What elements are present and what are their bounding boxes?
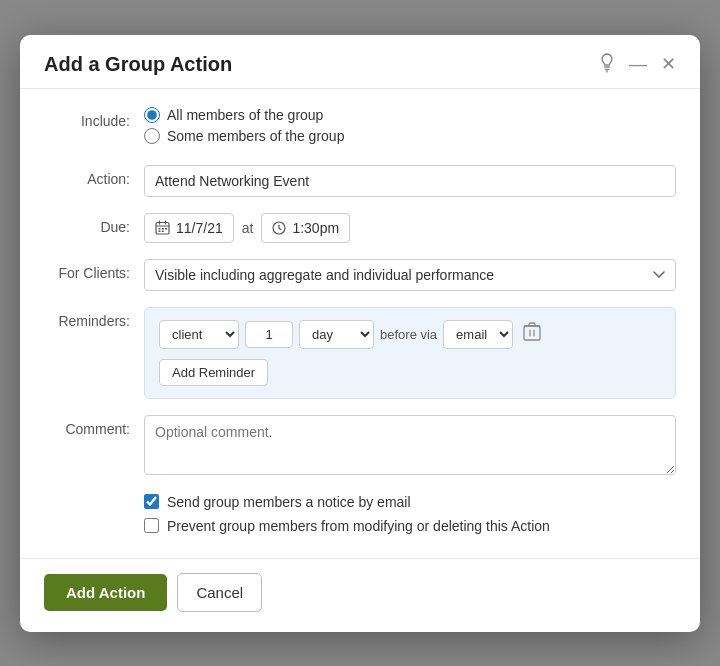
reminder-via-select[interactable]: email sms both	[443, 320, 513, 349]
calendar-icon	[155, 220, 170, 235]
for-clients-row: For Clients: Visible including aggregate…	[44, 259, 676, 291]
svg-rect-3	[165, 228, 167, 230]
reminder-who-select[interactable]: client advisor both	[159, 320, 239, 349]
checkbox-notice-label: Send group members a notice by email	[167, 494, 411, 510]
svg-rect-5	[162, 231, 164, 233]
reminder-item: client advisor both day week month befor…	[159, 320, 661, 349]
add-group-action-modal: Add a Group Action — ✕ Include: All memb…	[20, 35, 700, 632]
svg-rect-2	[162, 228, 164, 230]
due-date-button[interactable]: 11/7/21	[144, 213, 234, 243]
action-input-area	[144, 165, 676, 197]
header-icons: — ✕	[599, 53, 676, 76]
comment-textarea[interactable]	[144, 415, 676, 475]
reminders-box: client advisor both day week month befor…	[144, 307, 676, 399]
reminder-unit-select[interactable]: day week month	[299, 320, 374, 349]
for-clients-label: For Clients:	[44, 259, 144, 281]
due-label: Due:	[44, 213, 144, 235]
checkboxes-area: Send group members a notice by email Pre…	[44, 494, 676, 534]
include-label: Include:	[44, 107, 144, 129]
delete-reminder-icon[interactable]	[523, 322, 541, 347]
reminder-num-input[interactable]	[245, 321, 293, 348]
close-icon[interactable]: ✕	[661, 55, 676, 73]
radio-all-input[interactable]	[144, 107, 160, 123]
action-input[interactable]	[144, 165, 676, 197]
due-row: Due: 11/7/21	[44, 213, 676, 243]
for-clients-area: Visible including aggregate and individu…	[144, 259, 676, 291]
modal-title: Add a Group Action	[44, 53, 232, 76]
radio-some-input[interactable]	[144, 128, 160, 144]
cancel-button[interactable]: Cancel	[177, 573, 262, 612]
checkbox-prevent-row[interactable]: Prevent group members from modifying or …	[144, 518, 676, 534]
comment-area	[144, 415, 676, 478]
reminders-label: Reminders:	[44, 307, 144, 329]
modal-footer: Add Action Cancel	[20, 558, 700, 632]
add-reminder-button[interactable]: Add Reminder	[159, 359, 268, 386]
radio-some-members[interactable]: Some members of the group	[144, 128, 676, 144]
include-row: Include: All members of the group Some m…	[44, 107, 676, 149]
at-label: at	[242, 220, 254, 236]
before-via-label: before via	[380, 327, 437, 342]
add-action-button[interactable]: Add Action	[44, 574, 167, 611]
comment-row: Comment:	[44, 415, 676, 478]
checkbox-prevent[interactable]	[144, 518, 159, 533]
minimize-icon[interactable]: —	[629, 55, 647, 73]
modal-header: Add a Group Action — ✕	[20, 35, 700, 89]
for-clients-select[interactable]: Visible including aggregate and individu…	[144, 259, 676, 291]
action-label: Action:	[44, 165, 144, 187]
clock-icon	[272, 221, 286, 235]
svg-rect-1	[159, 228, 161, 230]
radio-some-label: Some members of the group	[167, 128, 344, 144]
checkbox-notice-row[interactable]: Send group members a notice by email	[144, 494, 676, 510]
lightbulb-icon[interactable]	[599, 53, 615, 76]
due-time-button[interactable]: 1:30pm	[261, 213, 350, 243]
due-time-value: 1:30pm	[292, 220, 339, 236]
due-date-value: 11/7/21	[176, 220, 223, 236]
action-row: Action:	[44, 165, 676, 197]
comment-label: Comment:	[44, 415, 144, 437]
reminders-row: Reminders: client advisor both day week …	[44, 307, 676, 399]
radio-all-label: All members of the group	[167, 107, 323, 123]
radio-all-members[interactable]: All members of the group	[144, 107, 676, 123]
include-options: All members of the group Some members of…	[144, 107, 676, 149]
due-area: 11/7/21 at 1:30pm	[144, 213, 676, 243]
modal-body: Include: All members of the group Some m…	[20, 89, 700, 554]
checkbox-prevent-label: Prevent group members from modifying or …	[167, 518, 550, 534]
checkbox-notice[interactable]	[144, 494, 159, 509]
svg-rect-7	[524, 326, 540, 340]
svg-rect-4	[159, 231, 161, 233]
